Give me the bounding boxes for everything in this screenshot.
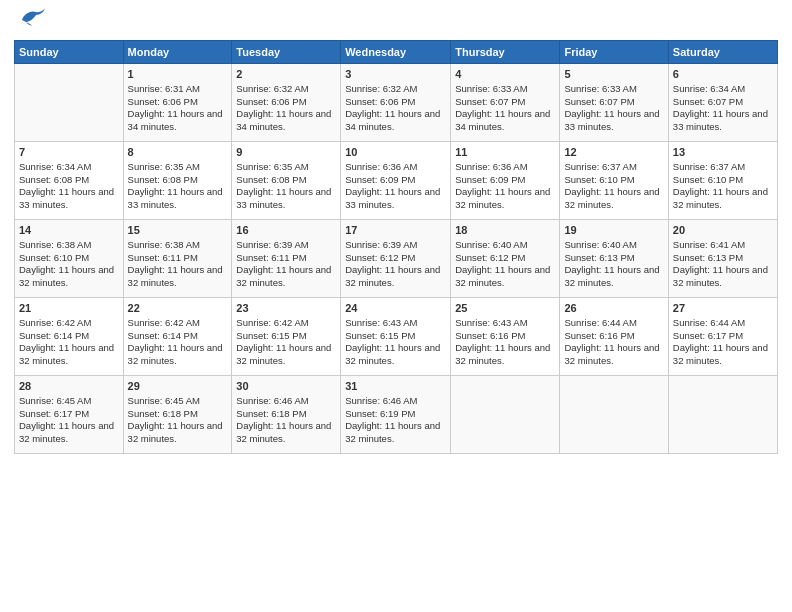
day-number: 18 bbox=[455, 223, 555, 238]
daylight-text: Daylight: 11 hours and 32 minutes. bbox=[455, 186, 555, 212]
sunset-text: Sunset: 6:18 PM bbox=[128, 408, 228, 421]
day-number: 29 bbox=[128, 379, 228, 394]
sunset-text: Sunset: 6:09 PM bbox=[455, 174, 555, 187]
sunrise-text: Sunrise: 6:40 AM bbox=[455, 239, 555, 252]
daylight-text: Daylight: 11 hours and 32 minutes. bbox=[564, 186, 663, 212]
day-number: 4 bbox=[455, 67, 555, 82]
header-day-wednesday: Wednesday bbox=[341, 41, 451, 64]
logo bbox=[14, 14, 46, 32]
day-cell: 24Sunrise: 6:43 AMSunset: 6:15 PMDayligh… bbox=[341, 298, 451, 376]
day-number: 1 bbox=[128, 67, 228, 82]
sunrise-text: Sunrise: 6:33 AM bbox=[564, 83, 663, 96]
day-cell: 26Sunrise: 6:44 AMSunset: 6:16 PMDayligh… bbox=[560, 298, 668, 376]
day-number: 20 bbox=[673, 223, 773, 238]
day-number: 10 bbox=[345, 145, 446, 160]
daylight-text: Daylight: 11 hours and 32 minutes. bbox=[673, 264, 773, 290]
day-cell: 14Sunrise: 6:38 AMSunset: 6:10 PMDayligh… bbox=[15, 220, 124, 298]
daylight-text: Daylight: 11 hours and 32 minutes. bbox=[673, 342, 773, 368]
day-cell: 13Sunrise: 6:37 AMSunset: 6:10 PMDayligh… bbox=[668, 142, 777, 220]
day-cell: 31Sunrise: 6:46 AMSunset: 6:19 PMDayligh… bbox=[341, 376, 451, 454]
sunrise-text: Sunrise: 6:31 AM bbox=[128, 83, 228, 96]
sunrise-text: Sunrise: 6:33 AM bbox=[455, 83, 555, 96]
sunrise-text: Sunrise: 6:36 AM bbox=[345, 161, 446, 174]
sunrise-text: Sunrise: 6:37 AM bbox=[673, 161, 773, 174]
sunrise-text: Sunrise: 6:45 AM bbox=[19, 395, 119, 408]
day-cell: 8Sunrise: 6:35 AMSunset: 6:08 PMDaylight… bbox=[123, 142, 232, 220]
day-cell: 4Sunrise: 6:33 AMSunset: 6:07 PMDaylight… bbox=[451, 64, 560, 142]
day-cell: 18Sunrise: 6:40 AMSunset: 6:12 PMDayligh… bbox=[451, 220, 560, 298]
sunrise-text: Sunrise: 6:34 AM bbox=[19, 161, 119, 174]
day-number: 19 bbox=[564, 223, 663, 238]
sunset-text: Sunset: 6:17 PM bbox=[19, 408, 119, 421]
day-number: 13 bbox=[673, 145, 773, 160]
sunrise-text: Sunrise: 6:42 AM bbox=[128, 317, 228, 330]
daylight-text: Daylight: 11 hours and 32 minutes. bbox=[19, 342, 119, 368]
day-number: 3 bbox=[345, 67, 446, 82]
daylight-text: Daylight: 11 hours and 32 minutes. bbox=[236, 342, 336, 368]
daylight-text: Daylight: 11 hours and 34 minutes. bbox=[345, 108, 446, 134]
day-number: 12 bbox=[564, 145, 663, 160]
day-cell bbox=[15, 64, 124, 142]
sunset-text: Sunset: 6:19 PM bbox=[345, 408, 446, 421]
header-day-monday: Monday bbox=[123, 41, 232, 64]
week-row-4: 21Sunrise: 6:42 AMSunset: 6:14 PMDayligh… bbox=[15, 298, 778, 376]
sunset-text: Sunset: 6:10 PM bbox=[19, 252, 119, 265]
daylight-text: Daylight: 11 hours and 32 minutes. bbox=[345, 264, 446, 290]
day-cell: 30Sunrise: 6:46 AMSunset: 6:18 PMDayligh… bbox=[232, 376, 341, 454]
sunset-text: Sunset: 6:11 PM bbox=[236, 252, 336, 265]
daylight-text: Daylight: 11 hours and 33 minutes. bbox=[345, 186, 446, 212]
day-number: 7 bbox=[19, 145, 119, 160]
sunrise-text: Sunrise: 6:46 AM bbox=[345, 395, 446, 408]
day-cell: 2Sunrise: 6:32 AMSunset: 6:06 PMDaylight… bbox=[232, 64, 341, 142]
daylight-text: Daylight: 11 hours and 32 minutes. bbox=[19, 264, 119, 290]
sunrise-text: Sunrise: 6:44 AM bbox=[564, 317, 663, 330]
sunset-text: Sunset: 6:08 PM bbox=[19, 174, 119, 187]
daylight-text: Daylight: 11 hours and 32 minutes. bbox=[564, 264, 663, 290]
calendar-header-row: SundayMondayTuesdayWednesdayThursdayFrid… bbox=[15, 41, 778, 64]
sunset-text: Sunset: 6:18 PM bbox=[236, 408, 336, 421]
sunrise-text: Sunrise: 6:43 AM bbox=[345, 317, 446, 330]
day-number: 21 bbox=[19, 301, 119, 316]
day-cell: 5Sunrise: 6:33 AMSunset: 6:07 PMDaylight… bbox=[560, 64, 668, 142]
header-day-saturday: Saturday bbox=[668, 41, 777, 64]
sunrise-text: Sunrise: 6:39 AM bbox=[236, 239, 336, 252]
header bbox=[14, 10, 778, 32]
day-number: 22 bbox=[128, 301, 228, 316]
sunset-text: Sunset: 6:10 PM bbox=[673, 174, 773, 187]
day-number: 24 bbox=[345, 301, 446, 316]
daylight-text: Daylight: 11 hours and 33 minutes. bbox=[19, 186, 119, 212]
day-cell: 3Sunrise: 6:32 AMSunset: 6:06 PMDaylight… bbox=[341, 64, 451, 142]
sunrise-text: Sunrise: 6:35 AM bbox=[128, 161, 228, 174]
sunrise-text: Sunrise: 6:36 AM bbox=[455, 161, 555, 174]
day-number: 25 bbox=[455, 301, 555, 316]
daylight-text: Daylight: 11 hours and 32 minutes. bbox=[345, 342, 446, 368]
day-cell: 11Sunrise: 6:36 AMSunset: 6:09 PMDayligh… bbox=[451, 142, 560, 220]
week-row-5: 28Sunrise: 6:45 AMSunset: 6:17 PMDayligh… bbox=[15, 376, 778, 454]
sunrise-text: Sunrise: 6:42 AM bbox=[19, 317, 119, 330]
daylight-text: Daylight: 11 hours and 32 minutes. bbox=[236, 264, 336, 290]
header-day-friday: Friday bbox=[560, 41, 668, 64]
daylight-text: Daylight: 11 hours and 33 minutes. bbox=[564, 108, 663, 134]
day-cell: 27Sunrise: 6:44 AMSunset: 6:17 PMDayligh… bbox=[668, 298, 777, 376]
week-row-3: 14Sunrise: 6:38 AMSunset: 6:10 PMDayligh… bbox=[15, 220, 778, 298]
day-number: 5 bbox=[564, 67, 663, 82]
sunrise-text: Sunrise: 6:32 AM bbox=[236, 83, 336, 96]
week-row-1: 1Sunrise: 6:31 AMSunset: 6:06 PMDaylight… bbox=[15, 64, 778, 142]
day-cell: 17Sunrise: 6:39 AMSunset: 6:12 PMDayligh… bbox=[341, 220, 451, 298]
daylight-text: Daylight: 11 hours and 32 minutes. bbox=[345, 420, 446, 446]
day-number: 11 bbox=[455, 145, 555, 160]
day-number: 23 bbox=[236, 301, 336, 316]
sunset-text: Sunset: 6:17 PM bbox=[673, 330, 773, 343]
day-cell bbox=[668, 376, 777, 454]
sunset-text: Sunset: 6:13 PM bbox=[564, 252, 663, 265]
header-day-thursday: Thursday bbox=[451, 41, 560, 64]
sunrise-text: Sunrise: 6:44 AM bbox=[673, 317, 773, 330]
sunset-text: Sunset: 6:14 PM bbox=[19, 330, 119, 343]
sunset-text: Sunset: 6:16 PM bbox=[455, 330, 555, 343]
sunrise-text: Sunrise: 6:40 AM bbox=[564, 239, 663, 252]
day-number: 16 bbox=[236, 223, 336, 238]
sunset-text: Sunset: 6:11 PM bbox=[128, 252, 228, 265]
day-cell: 9Sunrise: 6:35 AMSunset: 6:08 PMDaylight… bbox=[232, 142, 341, 220]
day-cell bbox=[560, 376, 668, 454]
day-cell: 20Sunrise: 6:41 AMSunset: 6:13 PMDayligh… bbox=[668, 220, 777, 298]
